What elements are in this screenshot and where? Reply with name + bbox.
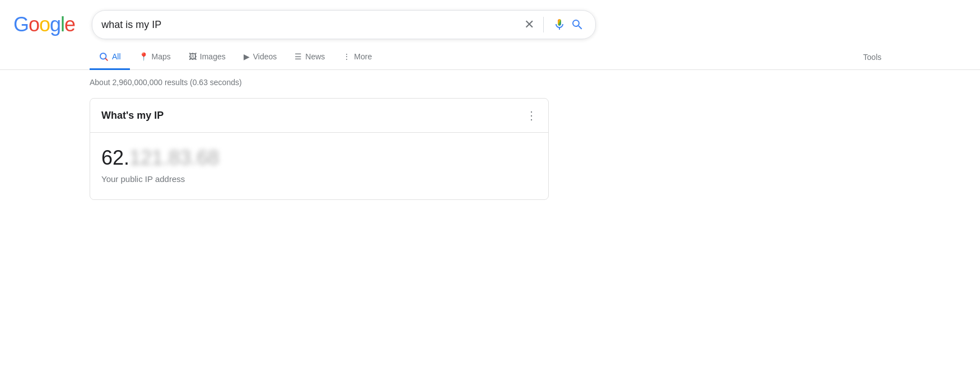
maps-icon: 📍 xyxy=(139,52,148,61)
tab-videos[interactable]: ▶ Videos xyxy=(235,45,286,69)
logo-l: l xyxy=(60,13,64,36)
search-bar-wrapper: what is my IP ✕ xyxy=(92,10,596,39)
search-tab-icon xyxy=(99,52,109,62)
tab-news-label: News xyxy=(305,52,325,61)
tools-tab[interactable]: Tools xyxy=(854,46,890,68)
more-icon: ⋮ xyxy=(343,52,351,61)
tab-news[interactable]: ☰ News xyxy=(286,45,334,69)
clear-icon: ✕ xyxy=(524,17,534,32)
tab-maps-label: Maps xyxy=(152,52,171,61)
results-area: About 2,960,000,000 results (0.63 second… xyxy=(0,70,980,200)
ip-visible: 62. xyxy=(101,146,129,169)
logo-g: G xyxy=(13,13,29,36)
news-icon: ☰ xyxy=(295,52,302,61)
tab-all[interactable]: All xyxy=(90,45,130,70)
search-divider xyxy=(543,17,544,32)
logo-o1: o xyxy=(29,13,39,36)
snippet-title: What's my IP xyxy=(101,110,164,122)
ip-label: Your public IP address xyxy=(101,174,537,184)
search-input[interactable]: what is my IP xyxy=(101,19,522,31)
logo-e: e xyxy=(64,13,75,36)
voice-search-button[interactable] xyxy=(550,16,568,34)
clear-button[interactable]: ✕ xyxy=(522,15,536,34)
tab-images[interactable]: 🖼 Images xyxy=(180,45,235,69)
ip-blurred: 121.83.68 xyxy=(129,146,219,169)
images-icon: 🖼 xyxy=(189,52,197,61)
tab-more-label: More xyxy=(354,52,372,61)
search-button[interactable] xyxy=(568,16,586,34)
microphone-icon xyxy=(553,18,566,31)
logo-g2: g xyxy=(50,13,60,36)
tab-maps[interactable]: 📍 Maps xyxy=(130,45,180,69)
search-bar: what is my IP ✕ xyxy=(92,10,596,39)
tab-more[interactable]: ⋮ More xyxy=(334,45,381,69)
search-icon xyxy=(571,18,584,31)
tab-images-label: Images xyxy=(200,52,226,61)
snippet-options-icon[interactable]: ⋮ xyxy=(526,109,537,122)
snippet-header: What's my IP ⋮ xyxy=(90,99,548,133)
featured-snippet: What's my IP ⋮ 62.121.83.68 Your public … xyxy=(90,98,549,200)
tools-label: Tools xyxy=(863,53,881,62)
tab-videos-label: Videos xyxy=(253,52,277,61)
results-count: About 2,960,000,000 results (0.63 second… xyxy=(90,78,890,87)
snippet-body: 62.121.83.68 Your public IP address xyxy=(90,133,548,199)
videos-icon: ▶ xyxy=(244,52,250,61)
logo-o2: o xyxy=(39,13,50,36)
nav-tabs: All 📍 Maps 🖼 Images ▶ Videos ☰ News ⋮ Mo… xyxy=(0,45,980,70)
ip-address: 62.121.83.68 xyxy=(101,146,537,170)
google-logo[interactable]: Google xyxy=(13,13,75,36)
tab-all-label: All xyxy=(112,52,121,61)
header: Google what is my IP ✕ xyxy=(0,0,980,45)
svg-line-1 xyxy=(105,58,107,60)
